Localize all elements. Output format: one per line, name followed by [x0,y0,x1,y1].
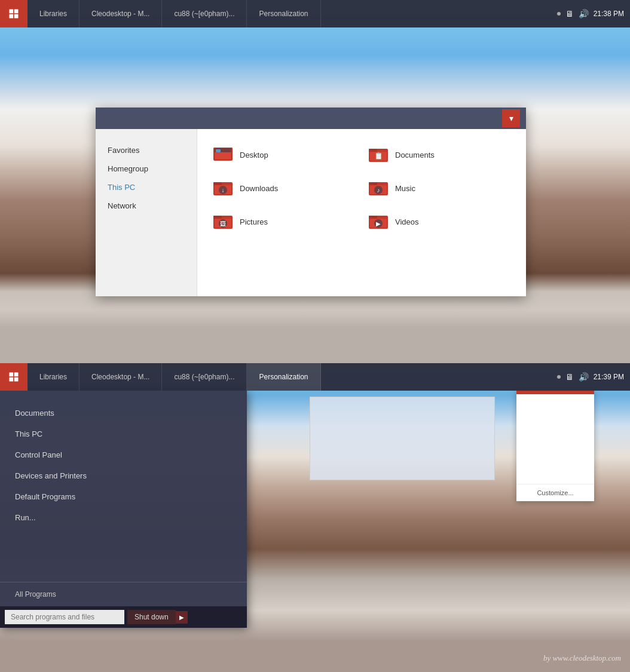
start-menu-search-bar: Shut down ▶ [0,606,247,628]
explorer-body: Favorites Homegroup This PC Network [96,129,526,296]
svg-rect-21 [213,216,222,219]
window-thumbnail [310,397,495,480]
folder-pictures[interactable]: 🖼 Pictures [209,208,359,235]
svg-text:🖼: 🖼 [220,220,226,227]
start-menu-body: Documents This PC Control Panel Devices … [0,391,247,582]
tab-libraries-bottom[interactable]: Libraries [27,363,79,391]
tab-terminal-top[interactable]: cu88 (~[e0pham)... [162,0,247,27]
videos-folder-icon: ▶ [368,211,389,232]
all-programs-link[interactable]: All Programs [6,587,241,602]
tab-libraries-top[interactable]: Libraries [27,0,79,27]
notification-popup: Customize... [516,391,594,501]
shutdown-button[interactable]: Shut down [127,610,176,624]
explorer-sidebar: Favorites Homegroup This PC Network [96,129,197,296]
folder-downloads[interactable]: ↓ Downloads [209,174,359,202]
tab-personalization-bottom[interactable]: Personalization [247,363,320,391]
tab-cleodesktop-top[interactable]: Cleodesktop - M... [79,0,162,27]
folder-videos-label: Videos [395,217,419,226]
notification-body [516,394,594,478]
desktop-folder-icon [212,144,234,165]
start-menu-left: Documents This PC Control Panel Devices … [0,391,247,582]
start-logo-icon [8,8,20,20]
folder-pictures-label: Pictures [240,217,268,226]
taskbar-bottom-tabs: Libraries Cleodesktop - M... cu88 (~[e0p… [27,363,551,391]
documents-folder-icon: 📋 [368,144,389,165]
start-menu-defaultprograms[interactable]: Default Programs [0,486,247,507]
volume-icon-bottom[interactable]: 🔊 [579,372,589,382]
start-menu: Documents This PC Control Panel Devices … [0,391,247,628]
svg-text:▶: ▶ [376,220,381,227]
svg-rect-16 [369,182,377,185]
sidebar-item-favorites[interactable]: Favorites [96,141,197,159]
explorer-window: ▾ Favorites Homegroup This PC Network [96,108,526,296]
start-button-top[interactable] [0,0,27,27]
folder-documents[interactable]: 📋 Documents [365,141,514,168]
monitor-icon-bottom: 🖥 [565,372,574,382]
folder-videos[interactable]: ▶ Videos [365,208,514,235]
folder-downloads-label: Downloads [240,184,278,193]
taskbar-top: Libraries Cleodesktop - M... cu88 (~[e0p… [0,0,630,27]
svg-rect-4 [216,149,221,152]
start-menu-run[interactable]: Run... [0,507,247,528]
folder-desktop-label: Desktop [240,151,268,159]
taskbar-bottom: Libraries Cleodesktop - M... cu88 (~[e0p… [0,363,630,391]
clock-top: 21:38 PM [594,10,624,18]
explorer-titlebar: ▾ [96,108,526,129]
start-menu-thispc[interactable]: This PC [0,424,247,444]
pictures-folder-icon: 🖼 [212,211,234,232]
folder-documents-label: Documents [395,151,435,159]
start-menu-controlpanel[interactable]: Control Panel [0,444,247,465]
svg-rect-11 [213,182,222,185]
sidebar-item-network[interactable]: Network [96,197,197,215]
volume-icon[interactable]: 🔊 [579,9,589,19]
downloads-folder-icon: ↓ [212,177,234,199]
search-input[interactable] [5,610,124,624]
taskbar-top-right: 🖥 🔊 21:38 PM [551,9,630,19]
taskbar-bottom-right: 🖥 🔊 21:39 PM [551,372,630,382]
svg-rect-26 [369,216,377,219]
tray-indicator [557,12,561,16]
tab-personalization-top[interactable]: Personalization [247,0,320,27]
start-menu-documents[interactable]: Documents [0,403,247,424]
titlebar-dropdown-btn[interactable]: ▾ [502,109,520,127]
monitor-icon: 🖥 [565,9,574,19]
customize-link[interactable]: Customize... [516,484,594,501]
folder-music-label: Music [395,184,415,193]
clock-bottom: 21:39 PM [594,373,624,381]
tab-cleodesktop-bottom[interactable]: Cleodesktop - M... [79,363,162,391]
svg-text:↓: ↓ [222,187,225,194]
svg-text:📋: 📋 [374,151,383,160]
tray-indicator-bottom [557,375,561,379]
explorer-main: Desktop 📋 Documents [197,129,526,296]
watermark: by www.cleodesktop.com [543,653,621,663]
folder-desktop[interactable]: Desktop [209,141,359,168]
sidebar-item-homegroup[interactable]: Homegroup [96,159,197,178]
sidebar-item-thispc[interactable]: This PC [96,178,197,197]
start-logo-bottom-icon [8,371,20,383]
music-folder-icon: ♪ [368,177,389,199]
start-menu-devices[interactable]: Devices and Printers [0,465,247,486]
svg-text:♪: ♪ [377,187,380,194]
start-button-bottom[interactable] [0,363,27,391]
taskbar-top-tabs: Libraries Cleodesktop - M... cu88 (~[e0p… [27,0,551,27]
shutdown-arrow-btn[interactable]: ▶ [176,611,188,624]
folder-music[interactable]: ♪ Music [365,174,514,202]
start-menu-footer: All Programs [0,582,247,606]
tab-terminal-bottom[interactable]: cu88 (~[e0pham)... [162,363,247,391]
